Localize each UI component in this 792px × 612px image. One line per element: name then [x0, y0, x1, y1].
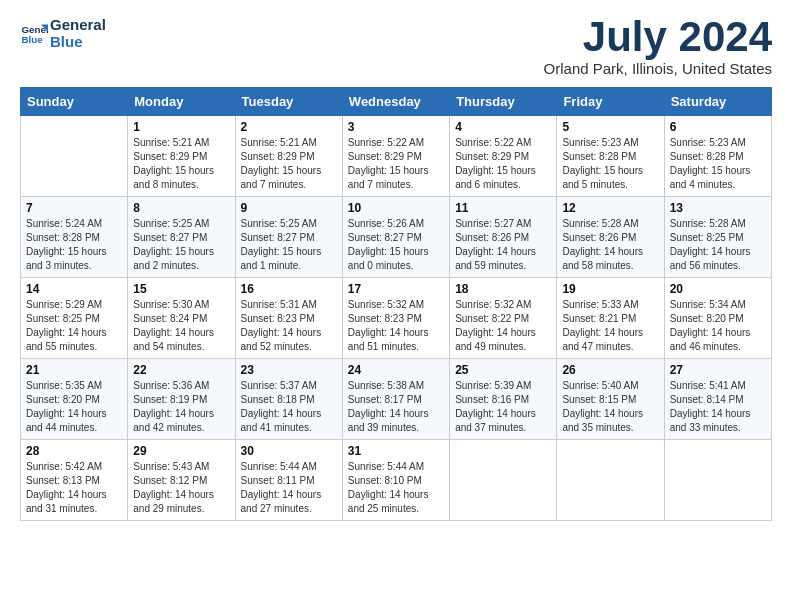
calendar-week-row: 28Sunrise: 5:42 AM Sunset: 8:13 PM Dayli… — [21, 440, 772, 521]
day-number: 20 — [670, 282, 766, 296]
day-info: Sunrise: 5:39 AM Sunset: 8:16 PM Dayligh… — [455, 379, 551, 435]
day-info: Sunrise: 5:22 AM Sunset: 8:29 PM Dayligh… — [455, 136, 551, 192]
logo-icon: General Blue — [20, 19, 48, 47]
calendar-cell: 31Sunrise: 5:44 AM Sunset: 8:10 PM Dayli… — [342, 440, 449, 521]
calendar-cell: 21Sunrise: 5:35 AM Sunset: 8:20 PM Dayli… — [21, 359, 128, 440]
day-info: Sunrise: 5:23 AM Sunset: 8:28 PM Dayligh… — [562, 136, 658, 192]
day-info: Sunrise: 5:31 AM Sunset: 8:23 PM Dayligh… — [241, 298, 337, 354]
day-info: Sunrise: 5:42 AM Sunset: 8:13 PM Dayligh… — [26, 460, 122, 516]
day-info: Sunrise: 5:24 AM Sunset: 8:28 PM Dayligh… — [26, 217, 122, 273]
day-info: Sunrise: 5:29 AM Sunset: 8:25 PM Dayligh… — [26, 298, 122, 354]
calendar-cell: 12Sunrise: 5:28 AM Sunset: 8:26 PM Dayli… — [557, 197, 664, 278]
day-number: 18 — [455, 282, 551, 296]
day-info: Sunrise: 5:28 AM Sunset: 8:26 PM Dayligh… — [562, 217, 658, 273]
day-info: Sunrise: 5:43 AM Sunset: 8:12 PM Dayligh… — [133, 460, 229, 516]
weekday-header-saturday: Saturday — [664, 88, 771, 116]
day-number: 12 — [562, 201, 658, 215]
day-info: Sunrise: 5:26 AM Sunset: 8:27 PM Dayligh… — [348, 217, 444, 273]
calendar-cell: 18Sunrise: 5:32 AM Sunset: 8:22 PM Dayli… — [450, 278, 557, 359]
calendar-cell: 11Sunrise: 5:27 AM Sunset: 8:26 PM Dayli… — [450, 197, 557, 278]
calendar-cell: 16Sunrise: 5:31 AM Sunset: 8:23 PM Dayli… — [235, 278, 342, 359]
day-info: Sunrise: 5:30 AM Sunset: 8:24 PM Dayligh… — [133, 298, 229, 354]
weekday-header-tuesday: Tuesday — [235, 88, 342, 116]
day-info: Sunrise: 5:27 AM Sunset: 8:26 PM Dayligh… — [455, 217, 551, 273]
day-info: Sunrise: 5:25 AM Sunset: 8:27 PM Dayligh… — [241, 217, 337, 273]
calendar-cell: 30Sunrise: 5:44 AM Sunset: 8:11 PM Dayli… — [235, 440, 342, 521]
calendar-cell — [664, 440, 771, 521]
page-header: General Blue General Blue July 2024 Orla… — [20, 16, 772, 77]
day-info: Sunrise: 5:32 AM Sunset: 8:22 PM Dayligh… — [455, 298, 551, 354]
calendar-cell: 8Sunrise: 5:25 AM Sunset: 8:27 PM Daylig… — [128, 197, 235, 278]
day-number: 26 — [562, 363, 658, 377]
calendar-cell: 13Sunrise: 5:28 AM Sunset: 8:25 PM Dayli… — [664, 197, 771, 278]
calendar-week-row: 1Sunrise: 5:21 AM Sunset: 8:29 PM Daylig… — [21, 116, 772, 197]
calendar-cell: 15Sunrise: 5:30 AM Sunset: 8:24 PM Dayli… — [128, 278, 235, 359]
calendar-cell: 23Sunrise: 5:37 AM Sunset: 8:18 PM Dayli… — [235, 359, 342, 440]
calendar-week-row: 7Sunrise: 5:24 AM Sunset: 8:28 PM Daylig… — [21, 197, 772, 278]
day-number: 3 — [348, 120, 444, 134]
day-number: 6 — [670, 120, 766, 134]
logo: General Blue General Blue — [20, 16, 106, 50]
calendar-cell: 27Sunrise: 5:41 AM Sunset: 8:14 PM Dayli… — [664, 359, 771, 440]
calendar-cell: 2Sunrise: 5:21 AM Sunset: 8:29 PM Daylig… — [235, 116, 342, 197]
weekday-header-wednesday: Wednesday — [342, 88, 449, 116]
day-info: Sunrise: 5:22 AM Sunset: 8:29 PM Dayligh… — [348, 136, 444, 192]
title-block: July 2024 Orland Park, Illinois, United … — [544, 16, 772, 77]
calendar-cell: 29Sunrise: 5:43 AM Sunset: 8:12 PM Dayli… — [128, 440, 235, 521]
day-number: 14 — [26, 282, 122, 296]
weekday-header-sunday: Sunday — [21, 88, 128, 116]
weekday-header-friday: Friday — [557, 88, 664, 116]
day-number: 28 — [26, 444, 122, 458]
day-number: 17 — [348, 282, 444, 296]
calendar-cell: 24Sunrise: 5:38 AM Sunset: 8:17 PM Dayli… — [342, 359, 449, 440]
day-number: 25 — [455, 363, 551, 377]
day-info: Sunrise: 5:44 AM Sunset: 8:11 PM Dayligh… — [241, 460, 337, 516]
calendar-cell: 19Sunrise: 5:33 AM Sunset: 8:21 PM Dayli… — [557, 278, 664, 359]
calendar-cell: 26Sunrise: 5:40 AM Sunset: 8:15 PM Dayli… — [557, 359, 664, 440]
calendar-cell — [450, 440, 557, 521]
day-info: Sunrise: 5:34 AM Sunset: 8:20 PM Dayligh… — [670, 298, 766, 354]
day-info: Sunrise: 5:28 AM Sunset: 8:25 PM Dayligh… — [670, 217, 766, 273]
day-info: Sunrise: 5:41 AM Sunset: 8:14 PM Dayligh… — [670, 379, 766, 435]
day-info: Sunrise: 5:37 AM Sunset: 8:18 PM Dayligh… — [241, 379, 337, 435]
day-info: Sunrise: 5:21 AM Sunset: 8:29 PM Dayligh… — [241, 136, 337, 192]
day-number: 9 — [241, 201, 337, 215]
day-info: Sunrise: 5:23 AM Sunset: 8:28 PM Dayligh… — [670, 136, 766, 192]
day-info: Sunrise: 5:21 AM Sunset: 8:29 PM Dayligh… — [133, 136, 229, 192]
logo-general: General — [50, 16, 106, 33]
calendar-cell — [557, 440, 664, 521]
day-number: 7 — [26, 201, 122, 215]
calendar-cell: 6Sunrise: 5:23 AM Sunset: 8:28 PM Daylig… — [664, 116, 771, 197]
calendar-cell: 22Sunrise: 5:36 AM Sunset: 8:19 PM Dayli… — [128, 359, 235, 440]
day-info: Sunrise: 5:36 AM Sunset: 8:19 PM Dayligh… — [133, 379, 229, 435]
day-info: Sunrise: 5:33 AM Sunset: 8:21 PM Dayligh… — [562, 298, 658, 354]
calendar-cell: 14Sunrise: 5:29 AM Sunset: 8:25 PM Dayli… — [21, 278, 128, 359]
day-number: 30 — [241, 444, 337, 458]
day-number: 13 — [670, 201, 766, 215]
day-number: 15 — [133, 282, 229, 296]
calendar-cell: 10Sunrise: 5:26 AM Sunset: 8:27 PM Dayli… — [342, 197, 449, 278]
calendar-cell: 7Sunrise: 5:24 AM Sunset: 8:28 PM Daylig… — [21, 197, 128, 278]
day-number: 23 — [241, 363, 337, 377]
calendar-cell: 3Sunrise: 5:22 AM Sunset: 8:29 PM Daylig… — [342, 116, 449, 197]
day-number: 2 — [241, 120, 337, 134]
month-title: July 2024 — [544, 16, 772, 58]
day-info: Sunrise: 5:32 AM Sunset: 8:23 PM Dayligh… — [348, 298, 444, 354]
calendar-cell — [21, 116, 128, 197]
day-info: Sunrise: 5:25 AM Sunset: 8:27 PM Dayligh… — [133, 217, 229, 273]
day-number: 11 — [455, 201, 551, 215]
calendar-cell: 17Sunrise: 5:32 AM Sunset: 8:23 PM Dayli… — [342, 278, 449, 359]
calendar-week-row: 21Sunrise: 5:35 AM Sunset: 8:20 PM Dayli… — [21, 359, 772, 440]
day-info: Sunrise: 5:44 AM Sunset: 8:10 PM Dayligh… — [348, 460, 444, 516]
day-number: 19 — [562, 282, 658, 296]
calendar-cell: 1Sunrise: 5:21 AM Sunset: 8:29 PM Daylig… — [128, 116, 235, 197]
day-number: 24 — [348, 363, 444, 377]
day-info: Sunrise: 5:35 AM Sunset: 8:20 PM Dayligh… — [26, 379, 122, 435]
calendar-cell: 9Sunrise: 5:25 AM Sunset: 8:27 PM Daylig… — [235, 197, 342, 278]
day-info: Sunrise: 5:40 AM Sunset: 8:15 PM Dayligh… — [562, 379, 658, 435]
day-number: 16 — [241, 282, 337, 296]
svg-text:Blue: Blue — [21, 34, 43, 45]
calendar-week-row: 14Sunrise: 5:29 AM Sunset: 8:25 PM Dayli… — [21, 278, 772, 359]
calendar-cell: 4Sunrise: 5:22 AM Sunset: 8:29 PM Daylig… — [450, 116, 557, 197]
weekday-header-row: SundayMondayTuesdayWednesdayThursdayFrid… — [21, 88, 772, 116]
